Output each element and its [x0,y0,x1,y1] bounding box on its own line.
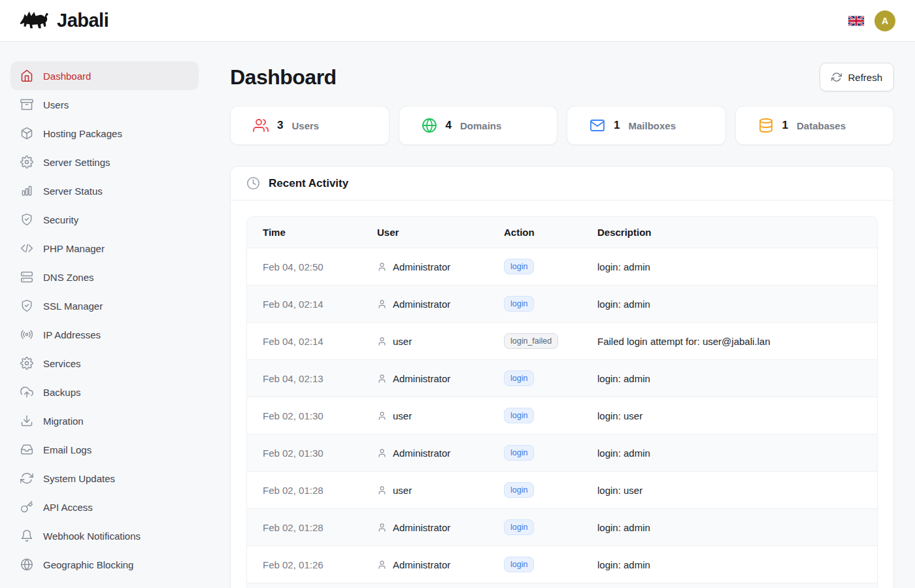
sidebar-item-services[interactable]: Services [10,349,199,378]
column-header-time: Time [247,217,361,248]
activity-description: login: admin [582,546,877,583]
sidebar-item-label: Dashboard [43,71,91,82]
user-icon [377,448,387,458]
stat-card-mailboxes[interactable]: 1Mailboxes [567,106,726,145]
action-badge: login [504,557,534,573]
sidebar-item-label: Webhook Notifications [43,531,141,542]
user-name: Administrator [393,522,450,533]
sidebar-item-label: Backups [43,387,81,398]
radio-icon [20,328,33,341]
activity-user: Administrator [361,360,488,397]
sidebar-item-api-access[interactable]: API Access [10,493,199,521]
activity-time: Feb 04, 02:14 [247,286,361,323]
sidebar-item-system-updates[interactable]: System Updates [10,464,199,493]
table-row: Feb 04, 02:13Administratorloginlogin: ad… [247,360,877,397]
table-row: Feb 02, 01:26Administratorloginlogin: ad… [247,546,877,583]
action-badge: login [504,296,534,312]
user-name: Administrator [393,559,450,570]
sidebar-item-label: DNS Zones [43,272,94,283]
user-icon [377,485,387,495]
user-icon [377,523,387,532]
activity-time: Feb 02, 01:30 [247,397,361,434]
globe-icon [422,118,437,133]
clock-icon [246,176,260,190]
sidebar-item-geographic-blocking[interactable]: Geographic Blocking [10,550,199,579]
refresh-button[interactable]: Refresh [820,63,894,91]
sidebar-item-label: Hosting Packages [43,128,122,139]
stat-label: Domains [460,120,501,131]
activity-description: login: admin [582,509,877,546]
sidebar-item-backups[interactable]: Backups [10,378,199,406]
activity-action: login [488,286,582,323]
user-name: Administrator [393,373,450,384]
activity-description: login: user [582,472,877,509]
activity-user: user [361,323,488,360]
user-icon [377,560,387,570]
stat-label: Mailboxes [628,120,676,131]
sidebar-item-webhook-notifications[interactable]: Webhook Notifications [10,521,199,550]
sidebar-item-dashboard[interactable]: Dashboard [10,61,199,90]
sidebar-item-label: Security [43,214,78,225]
action-badge: login [504,445,534,461]
activity-time: Feb 02, 01:30 [247,434,361,472]
sidebar-item-dns-zones[interactable]: DNS Zones [10,263,199,291]
stat-card-databases[interactable]: 1Databases [735,106,895,145]
sidebar-item-ip-addresses[interactable]: IP Addresses [10,320,199,349]
sidebar-item-migration[interactable]: Migration [10,406,199,435]
users-icon [253,118,269,133]
sync-icon [20,472,33,485]
code-icon [20,242,33,255]
activity-action: login [488,360,582,397]
activity-user: user [361,397,488,434]
user-icon [377,374,387,384]
sidebar-item-hosting-packages[interactable]: Hosting Packages [10,119,199,148]
activity-description: login: admin [582,434,877,472]
table-row: Feb 02, 01:30Administratorloginlogin: ad… [247,434,877,472]
sidebar: DashboardUsersHosting PackagesServer Set… [0,42,209,588]
sidebar-item-ssl-manager[interactable]: SSL Manager [10,291,199,320]
table-row: Feb 04, 02:50Administratorloginlogin: ad… [247,248,877,286]
gear-icon [20,155,33,169]
activity-time: Feb 04, 02:13 [247,360,361,397]
stat-value: 1 [614,119,620,132]
avatar[interactable]: A [874,10,895,31]
activity-description: Failed login attempt for: user@jabali.la… [582,323,877,360]
stat-value: 1 [782,119,788,132]
brand[interactable]: Jabali [18,9,108,33]
sidebar-item-email-logs[interactable]: Email Logs [10,435,199,464]
activity-action: login [488,472,582,509]
stat-label: Databases [797,120,846,131]
sidebar-item-server-status[interactable]: Server Status [10,176,199,205]
activity-user: Administrator [361,509,488,546]
sidebar-item-label: Geographic Blocking [43,559,133,570]
stat-card-domains[interactable]: 4Domains [399,106,558,145]
user-icon [377,336,387,346]
sidebar-item-php-manager[interactable]: PHP Manager [10,234,199,263]
stat-card-users[interactable]: 3Users [230,106,390,145]
activity-action: login [488,397,582,434]
activity-description: login: user [582,397,877,434]
stat-label: Users [291,120,319,131]
server-icon [20,270,33,284]
activity-time: Feb 02, 01:28 [247,472,361,509]
sidebar-item-label: Email Logs [43,444,92,455]
brand-name: Jabali [57,10,108,31]
user-name: Administrator [393,261,450,272]
sidebar-item-label: SSL Manager [43,301,103,312]
uk-flag-icon[interactable] [848,16,864,26]
sidebar-item-label: Services [43,358,81,369]
page-title: Dashboard [230,65,337,90]
sidebar-item-users[interactable]: Users [10,90,199,119]
sidebar-item-label: System Updates [43,473,115,484]
column-header-action: Action [488,217,582,248]
sidebar-item-server-settings[interactable]: Server Settings [10,148,199,176]
recent-activity-card: Recent Activity Time User Action [230,166,894,588]
sidebar-item-security[interactable]: Security [10,205,199,234]
user-name: user [393,485,412,496]
user-name: Administrator [393,299,450,310]
refresh-button-label: Refresh [848,72,882,83]
activity-time: Feb 02, 01:28 [247,509,361,546]
sidebar-item-label: PHP Manager [43,243,105,254]
action-badge: login [504,259,534,275]
sidebar-item-label: API Access [43,502,93,513]
